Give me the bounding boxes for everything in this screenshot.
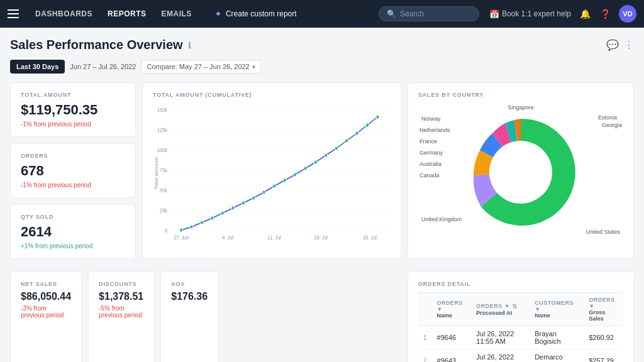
nav-reports[interactable]: REPORTS bbox=[101, 7, 153, 21]
row-customer: Demarco Larson bbox=[530, 349, 584, 363]
svg-text:0: 0 bbox=[165, 228, 167, 234]
search-bar[interactable]: 🔍 Search bbox=[379, 6, 479, 21]
svg-point-40 bbox=[489, 141, 552, 204]
svg-text:25. Jul: 25. Jul bbox=[363, 234, 377, 241]
label-germany: Germany bbox=[419, 150, 443, 156]
chart-title: TOTAL AMOUNT (CUMULATIVE) bbox=[153, 92, 391, 98]
svg-point-38 bbox=[366, 123, 369, 127]
label-norway: Norway bbox=[421, 116, 441, 122]
label-united-kingdom: United Kingdom bbox=[421, 216, 462, 222]
header-actions: 💬 ⋮ bbox=[606, 39, 634, 51]
qty-sold-card: QTY SOLD 2614 +1% from previous period bbox=[10, 204, 136, 259]
nav-emails[interactable]: EMAILS bbox=[155, 7, 198, 21]
compare-dropdown[interactable]: Compare: May 27 – Jun 26, 2022 ▾ bbox=[141, 60, 260, 74]
svg-point-28 bbox=[262, 190, 265, 194]
svg-point-36 bbox=[345, 139, 348, 143]
svg-text:Total amount: Total amount bbox=[154, 157, 159, 190]
chevron-down-icon: ▾ bbox=[252, 63, 255, 70]
col-processed-sub: Processed At bbox=[476, 310, 525, 316]
col-num bbox=[418, 293, 432, 326]
svg-point-35 bbox=[335, 146, 338, 150]
label-estonia: Estonia bbox=[598, 114, 617, 121]
calendar-icon: 📅 bbox=[489, 9, 499, 19]
page-content: Sales Performance Overview ℹ 💬 ⋮ Last 30… bbox=[0, 28, 644, 362]
svg-text:4. Jul: 4. Jul bbox=[222, 234, 233, 241]
svg-point-22 bbox=[201, 221, 204, 224]
book-expert-button[interactable]: 📅 Book 1:1 expert help bbox=[489, 9, 571, 19]
line-chart-svg: 150k 125k 100k 75k 50k 25k 0 Total amoun… bbox=[153, 104, 391, 243]
filter-icon-2[interactable]: ▼ bbox=[504, 303, 510, 309]
nav-links: DASHBOARDS REPORTS EMAILS bbox=[29, 7, 198, 21]
notifications-icon[interactable]: 🔔 bbox=[579, 8, 591, 20]
nav-dashboards[interactable]: DASHBOARDS bbox=[29, 7, 99, 21]
table-row: 2 #9643 Jul 26, 2022 8:57 AM Demarco Lar… bbox=[418, 349, 623, 363]
svg-point-34 bbox=[325, 153, 328, 157]
svg-text:50k: 50k bbox=[160, 187, 168, 194]
svg-point-37 bbox=[355, 131, 358, 135]
compare-label: Compare: May 27 – Jun 26, 2022 bbox=[147, 63, 249, 70]
donut-svg bbox=[458, 109, 584, 235]
info-icon[interactable]: ℹ bbox=[188, 40, 191, 50]
right-column: SALES BY COUNTRY bbox=[408, 82, 634, 259]
filter-icon-3[interactable]: ▼ bbox=[535, 306, 540, 312]
filter-bar: Last 30 Days Jun 27 – Jul 26, 2022 Compa… bbox=[10, 60, 634, 74]
search-icon: 🔍 bbox=[387, 9, 396, 18]
qty-sold-value: 2614 bbox=[21, 224, 125, 240]
sales-by-country-card: SALES BY COUNTRY bbox=[408, 82, 634, 259]
row-sales: $257.29 bbox=[584, 349, 623, 363]
row-num: 2 bbox=[418, 349, 432, 363]
book-label: Book 1:1 expert help bbox=[502, 9, 571, 18]
label-united-states: United States bbox=[586, 229, 620, 235]
user-avatar[interactable]: VD bbox=[619, 5, 636, 23]
qty-sold-label: QTY SOLD bbox=[21, 214, 125, 220]
help-icon[interactable]: ❓ bbox=[599, 8, 611, 20]
filter-icon-4[interactable]: ▼ bbox=[589, 303, 594, 309]
total-amount-value: $119,750.35 bbox=[21, 102, 125, 118]
svg-text:100k: 100k bbox=[157, 147, 168, 153]
svg-point-20 bbox=[180, 228, 183, 232]
orders-tbody: 1 #9646 Jul 26, 2022 11:55 AM Brayan Bog… bbox=[418, 326, 623, 363]
row-order: #9646 bbox=[432, 326, 472, 349]
total-amount-card: TOTAL AMOUNT $119,750.35 -1% from previo… bbox=[10, 82, 136, 137]
table-row: 1 #9646 Jul 26, 2022 11:55 AM Brayan Bog… bbox=[418, 326, 623, 349]
row-processed: Jul 26, 2022 11:55 AM bbox=[471, 326, 530, 349]
orders-card: ORDERS 678 -1% from previous period bbox=[10, 143, 136, 198]
search-placeholder: Search bbox=[400, 9, 424, 18]
row-order: #9643 bbox=[432, 349, 472, 363]
svg-point-29 bbox=[273, 184, 276, 188]
menu-icon[interactable] bbox=[8, 9, 19, 18]
net-sales-card: NET SALES $86,050.44 -3% from previous p… bbox=[10, 272, 82, 362]
more-options-icon[interactable]: ⋮ bbox=[624, 39, 634, 51]
svg-point-31 bbox=[294, 173, 297, 177]
svg-text:75k: 75k bbox=[160, 167, 168, 173]
svg-point-21 bbox=[190, 225, 193, 229]
col-gross-sales: ORDERS ▼ Gross Sales bbox=[584, 293, 623, 326]
sort-icon[interactable]: ⇅ bbox=[512, 303, 518, 310]
comment-icon[interactable]: 💬 bbox=[606, 39, 619, 51]
title-row: Sales Performance Overview ℹ bbox=[10, 38, 191, 52]
create-label: Create custom report bbox=[226, 9, 297, 18]
svg-point-30 bbox=[283, 178, 286, 182]
net-sales-change: -3% from previous period bbox=[21, 305, 71, 319]
left-metrics: TOTAL AMOUNT $119,750.35 -1% from previo… bbox=[10, 82, 136, 259]
donut-title: SALES BY COUNTRY bbox=[418, 92, 623, 98]
orders-col-label-1: ORDERS ▼ bbox=[437, 300, 467, 312]
svg-text:27. Jun: 27. Jun bbox=[174, 234, 189, 241]
period-button[interactable]: Last 30 Days bbox=[10, 60, 65, 74]
svg-text:18. Jul: 18. Jul bbox=[314, 234, 328, 241]
svg-text:11. Jul: 11. Jul bbox=[267, 234, 281, 241]
orders-col-label-2: ORDERS ▼ bbox=[476, 303, 510, 309]
col-order-sub: Name bbox=[437, 312, 467, 319]
col-order-name: ORDERS ▼ Name bbox=[432, 293, 472, 326]
row-customer: Brayan Bogisich bbox=[530, 326, 584, 349]
bottom-row: NET SALES $86,050.44 -3% from previous p… bbox=[10, 272, 634, 362]
customers-col-label: CUSTOMERS ▼ bbox=[535, 300, 579, 312]
label-australia: Australia bbox=[419, 161, 441, 167]
row-processed: Jul 26, 2022 8:57 AM bbox=[471, 349, 530, 363]
col-customer-sub: Name bbox=[535, 312, 579, 319]
orders-value: 678 bbox=[21, 163, 125, 179]
filter-icon-1[interactable]: ▼ bbox=[437, 306, 443, 312]
create-custom-report-button[interactable]: ✦ Create custom report bbox=[208, 6, 303, 21]
col-customer: CUSTOMERS ▼ Name bbox=[530, 293, 584, 326]
row-num: 1 bbox=[418, 326, 432, 349]
